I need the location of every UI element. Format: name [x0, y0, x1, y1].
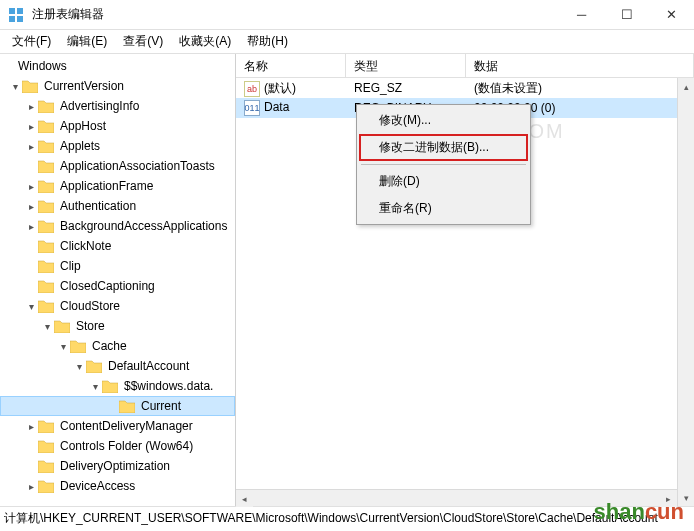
chevron-right-icon[interactable]: ▸ [24, 221, 38, 232]
folder-icon [38, 459, 54, 473]
folder-icon [38, 119, 54, 133]
folder-icon [38, 159, 54, 173]
tree-node[interactable]: ▾$$windows.data. [0, 376, 235, 396]
scroll-down-icon[interactable]: ▾ [678, 489, 694, 506]
tree-node[interactable]: ▸ContentDeliveryManager [0, 416, 235, 436]
tree-node[interactable]: ▸DeliveryOptimization [0, 456, 235, 476]
folder-icon [38, 139, 54, 153]
tree-node-store[interactable]: ▾Store [0, 316, 235, 336]
tree-node[interactable]: ▸Controls Folder (Wow64) [0, 436, 235, 456]
folder-icon [119, 399, 135, 413]
chevron-right-icon[interactable]: ▸ [24, 141, 38, 152]
chevron-down-icon[interactable]: ▾ [40, 321, 54, 332]
scroll-right-icon[interactable]: ▸ [660, 490, 677, 507]
tree-node[interactable]: ▸ClosedCaptioning [0, 276, 235, 296]
tree-node[interactable]: ▸ApplicationFrame [0, 176, 235, 196]
content-area: ▸Windows ▾CurrentVersion ▸AdvertisingInf… [0, 54, 694, 506]
window-title: 注册表编辑器 [32, 6, 559, 23]
titlebar: 注册表编辑器 ─ ☐ ✕ [0, 0, 694, 30]
vertical-scrollbar[interactable]: ▴ ▾ [677, 78, 694, 506]
tree-node-defaultaccount[interactable]: ▾DefaultAccount [0, 356, 235, 376]
tree-node-cloudstore[interactable]: ▾CloudStore [0, 296, 235, 316]
close-button[interactable]: ✕ [649, 0, 694, 30]
folder-icon [38, 439, 54, 453]
svg-rect-2 [9, 16, 15, 22]
statusbar: 计算机\HKEY_CURRENT_USER\SOFTWARE\Microsoft… [0, 506, 694, 530]
menu-file[interactable]: 文件(F) [4, 31, 59, 52]
tree-node[interactable]: ▸AppHost [0, 116, 235, 136]
ctx-separator [361, 164, 526, 165]
folder-icon [70, 339, 86, 353]
tree-pane[interactable]: ▸Windows ▾CurrentVersion ▸AdvertisingInf… [0, 54, 236, 506]
minimize-button[interactable]: ─ [559, 0, 604, 30]
ctx-delete[interactable]: 删除(D) [359, 168, 528, 195]
svg-rect-3 [17, 16, 23, 22]
context-menu: 修改(M)... 修改二进制数据(B)... 删除(D) 重命名(R) [356, 104, 531, 225]
tree-node[interactable]: ▸Applets [0, 136, 235, 156]
binary-value-icon: 011 [244, 100, 260, 116]
chevron-down-icon[interactable]: ▾ [56, 341, 70, 352]
tree-node-currentversion[interactable]: ▾CurrentVersion [0, 76, 235, 96]
ctx-modify[interactable]: 修改(M)... [359, 107, 528, 134]
list-header: 名称 类型 数据 [236, 54, 694, 78]
folder-icon [38, 279, 54, 293]
tree-node[interactable]: ▸ApplicationAssociationToasts [0, 156, 235, 176]
svg-rect-0 [9, 8, 15, 14]
list-row-default[interactable]: ab(默认) REG_SZ (数值未设置) [236, 78, 694, 98]
chevron-right-icon[interactable]: ▸ [24, 121, 38, 132]
ctx-rename[interactable]: 重命名(R) [359, 195, 528, 222]
horizontal-scrollbar[interactable]: ◂ ▸ [236, 489, 677, 506]
menu-view[interactable]: 查看(V) [115, 31, 171, 52]
list-pane: 名称 类型 数据 ab(默认) REG_SZ (数值未设置) 011Data R… [236, 54, 694, 506]
chevron-down-icon[interactable]: ▾ [72, 361, 86, 372]
chevron-right-icon[interactable]: ▸ [24, 201, 38, 212]
scroll-up-icon[interactable]: ▴ [678, 78, 694, 95]
folder-icon [38, 239, 54, 253]
folder-icon [102, 379, 118, 393]
string-value-icon: ab [244, 81, 260, 97]
scroll-left-icon[interactable]: ◂ [236, 490, 253, 507]
tree-node[interactable]: ▸Authentication [0, 196, 235, 216]
tree-node[interactable]: ▸ClickNote [0, 236, 235, 256]
folder-icon [38, 479, 54, 493]
column-header-data[interactable]: 数据 [466, 54, 694, 77]
tree-node[interactable]: ▸BackgroundAccessApplications [0, 216, 235, 236]
tree-node[interactable]: ▸DeviceAccess [0, 476, 235, 496]
tree-node[interactable]: ▸Clip [0, 256, 235, 276]
folder-icon [38, 299, 54, 313]
folder-icon [86, 359, 102, 373]
folder-icon [22, 79, 38, 93]
chevron-right-icon[interactable]: ▸ [24, 181, 38, 192]
chevron-right-icon[interactable]: ▸ [24, 481, 38, 492]
tree-node[interactable]: ▸AdvertisingInfo [0, 96, 235, 116]
folder-icon [54, 319, 70, 333]
folder-icon [38, 99, 54, 113]
menu-help[interactable]: 帮助(H) [239, 31, 296, 52]
status-path: 计算机\HKEY_CURRENT_USER\SOFTWARE\Microsoft… [4, 511, 658, 525]
maximize-button[interactable]: ☐ [604, 0, 649, 30]
folder-icon [38, 179, 54, 193]
folder-icon [38, 259, 54, 273]
chevron-down-icon[interactable]: ▾ [24, 301, 38, 312]
menu-edit[interactable]: 编辑(E) [59, 31, 115, 52]
chevron-down-icon[interactable]: ▾ [88, 381, 102, 392]
folder-icon [38, 419, 54, 433]
menubar: 文件(F) 编辑(E) 查看(V) 收藏夹(A) 帮助(H) [0, 30, 694, 54]
tree-node-windows[interactable]: ▸Windows [0, 56, 235, 76]
svg-rect-1 [17, 8, 23, 14]
folder-icon [38, 219, 54, 233]
app-icon [8, 7, 24, 23]
column-header-type[interactable]: 类型 [346, 54, 466, 77]
ctx-modify-binary[interactable]: 修改二进制数据(B)... [359, 134, 528, 161]
menu-favorites[interactable]: 收藏夹(A) [171, 31, 239, 52]
column-header-name[interactable]: 名称 [236, 54, 346, 77]
chevron-down-icon[interactable]: ▾ [8, 81, 22, 92]
chevron-right-icon[interactable]: ▸ [24, 101, 38, 112]
folder-icon [38, 199, 54, 213]
tree-node-cache[interactable]: ▾Cache [0, 336, 235, 356]
list-body[interactable]: ab(默认) REG_SZ (数值未设置) 011Data REG_BINARY… [236, 78, 694, 506]
chevron-right-icon[interactable]: ▸ [24, 421, 38, 432]
tree-node-current[interactable]: ▸Current [0, 396, 235, 416]
